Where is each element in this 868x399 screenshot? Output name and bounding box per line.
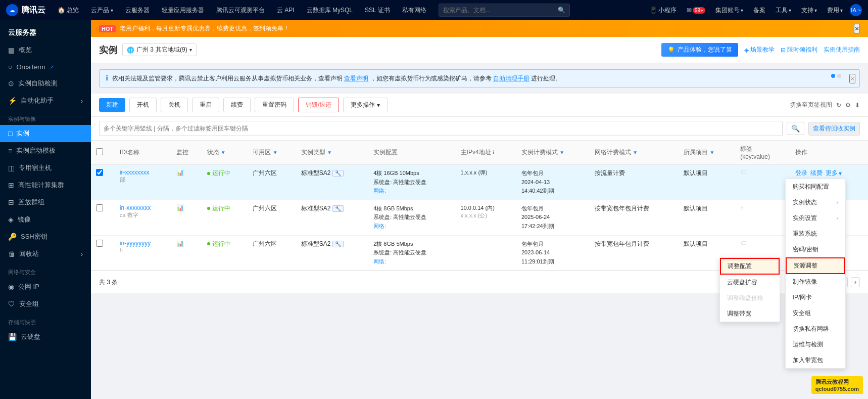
sub-adjust-bandwidth[interactable]: 调整带宽 (720, 306, 780, 322)
nav-home[interactable]: 🏠 总览 (54, 6, 83, 15)
sidebar-item-public-ip[interactable]: ◉ 公网 IP (0, 278, 91, 295)
renew-btn[interactable]: 续费 (223, 98, 251, 112)
logo[interactable]: ☁ 腾讯云 (6, 4, 45, 16)
row1-checkbox[interactable] (96, 169, 103, 176)
reset-pwd-btn[interactable]: 重置密码 (255, 98, 294, 112)
sub-disk-price[interactable]: 调整磁盘价格 (720, 290, 780, 306)
sidebar-item-self-check[interactable]: ⊙ 实例自助检测 (0, 75, 91, 92)
row1-monitor-icon[interactable]: 📊 (176, 169, 184, 176)
sidebar-item-security-group[interactable]: 🛡 安全组 (0, 295, 91, 313)
sidebar-item-ssh-keys[interactable]: 🔑 SSH密钥 (0, 228, 91, 245)
start-btn[interactable]: 开机 (129, 98, 157, 112)
sub-disk-expand[interactable]: 云硬盘扩容 (720, 275, 780, 290)
notice-dot-1[interactable] (831, 74, 835, 78)
download-icon[interactable]: ⬇ (855, 102, 860, 109)
dropdown-ops[interactable]: 运维与检测 (786, 337, 845, 352)
refund-btn[interactable]: 销毁/退还 (298, 98, 339, 112)
tools-btn[interactable]: 工具 ▾ (773, 6, 794, 15)
filing-btn[interactable]: 备案 (750, 6, 768, 15)
row1-renew-btn[interactable]: 续费 (810, 169, 823, 178)
dropdown-password-key[interactable]: 密码/密钥 (786, 242, 845, 257)
notification-btn[interactable]: ✉ 99+ (684, 7, 708, 14)
dropdown-join-bandwidth[interactable]: 加入带宽包 (786, 352, 845, 368)
nav-ssl[interactable]: SSL 证书 (361, 6, 394, 15)
sidebar-item-dedicated-host[interactable]: ◫ 专用宿主机 (0, 159, 91, 176)
net-filter-icon[interactable]: ▼ (633, 150, 638, 155)
notice-link2[interactable]: 自助清理手册 (493, 75, 529, 82)
nav-cloud-products[interactable]: 云产品 ▾ (87, 6, 117, 15)
row3-instance-name[interactable]: in-yyyyyyyy (120, 240, 166, 247)
sub-adjust-config[interactable]: 调整配置 (720, 258, 780, 275)
row3-spec-tag[interactable]: 🔧 (332, 241, 344, 247)
select-all-checkbox[interactable] (96, 148, 103, 155)
nav-cloud-server[interactable]: 云服务器 (121, 6, 154, 15)
restart-btn[interactable]: 重启 (192, 98, 219, 112)
settings-icon[interactable]: ⚙ (845, 102, 851, 109)
scene-teaching-link[interactable]: ◈ 场景教学 (744, 46, 775, 54)
sidebar-item-hpc[interactable]: ⊞ 高性能计算集群 (0, 176, 91, 194)
billing-btn[interactable]: 费用 ▾ (824, 6, 846, 15)
row1-instance-name[interactable]: ir-xxxxxxxx (120, 169, 166, 176)
dropdown-security-group[interactable]: 安全组 (786, 305, 845, 321)
row2-monitor-icon[interactable]: 📊 (176, 204, 184, 211)
group-account-btn[interactable]: 集团账号 ▾ (712, 6, 746, 15)
row2-tag-icon[interactable]: 🏷 (740, 204, 746, 211)
dropdown-resource-adjust[interactable]: 资源调整 (786, 257, 845, 274)
user-avatar[interactable]: IA ~ (850, 4, 862, 16)
sidebar-item-instances[interactable]: □ 实例 (0, 125, 91, 142)
row3-checkbox[interactable] (96, 240, 103, 247)
usage-guide-link[interactable]: 实例使用指南 (824, 46, 860, 54)
more-actions-btn[interactable]: 更多操作 ▾ (343, 98, 388, 112)
region-selector[interactable]: 🌐 广州 3 其它地域(9) ▾ (122, 43, 197, 56)
row1-network-link[interactable]: 网络: (373, 187, 450, 196)
row1-more-btn[interactable]: 更多 ▾ (826, 169, 842, 178)
miniprogram-btn[interactable]: 📱 小程序 (647, 6, 680, 15)
row2-network-link[interactable]: 网络: (373, 222, 450, 231)
row2-checkbox[interactable] (96, 204, 103, 211)
new-instance-btn[interactable]: 新建 (99, 98, 125, 112)
status-filter-icon[interactable]: ▼ (221, 150, 226, 155)
dropdown-instance-settings[interactable]: 实例设置 › (786, 210, 845, 226)
project-filter-icon[interactable]: ▼ (710, 150, 715, 155)
notice-dot-2[interactable] (837, 74, 841, 78)
dropdown-switch-vpc[interactable]: 切换私有网络 (786, 321, 845, 337)
zone-filter-icon[interactable]: ▼ (273, 150, 278, 155)
nav-api[interactable]: 云 API (273, 6, 299, 15)
type-filter-icon[interactable]: ▼ (327, 150, 332, 155)
sidebar-item-cloud-disk[interactable]: 💾 云硬盘 (0, 328, 91, 345)
nav-vpc[interactable]: 私有网络 (398, 6, 430, 15)
sidebar-item-automation[interactable]: ⚡ 自动化助手 (0, 92, 91, 109)
search-input[interactable] (443, 7, 558, 14)
sidebar-item-overview[interactable]: ▦ 概览 (0, 41, 91, 59)
support-btn[interactable]: 支持 ▾ (798, 6, 820, 15)
dropdown-ip-nic[interactable]: IP/网卡 (786, 290, 845, 305)
nav-lightweight[interactable]: 轻量应用服务器 (158, 6, 208, 15)
recycle-view-btn[interactable]: 查看待回收实例 (808, 122, 860, 136)
billing-filter-icon[interactable]: ▼ (559, 150, 564, 155)
switch-view-btn[interactable]: 切换至页签视图 (790, 101, 832, 109)
sidebar-item-recycle[interactable]: 🗑 回收站 (0, 245, 91, 262)
sidebar-item-images[interactable]: ◈ 镜像 (0, 211, 91, 228)
row1-login-btn[interactable]: 登录 (795, 169, 807, 178)
sidebar-item-placement-group[interactable]: ⊟ 置放群组 (0, 194, 91, 211)
row3-tag-icon[interactable]: 🏷 (740, 240, 746, 247)
dropdown-reinstall[interactable]: 重装系统 (786, 226, 845, 242)
row2-instance-name[interactable]: in-xxxxxxxx (120, 204, 166, 211)
refresh-icon[interactable]: ↻ (836, 102, 841, 109)
notice-close-btn[interactable]: × (849, 74, 855, 83)
dropdown-instance-status[interactable]: 实例状态 › (786, 195, 845, 210)
nav-monitor[interactable]: 腾讯云可观测平台 (212, 6, 269, 15)
dropdown-create-image[interactable]: 制作镜像 (786, 274, 845, 290)
next-page-btn[interactable]: › (851, 277, 860, 287)
global-search[interactable]: 🔍 (439, 4, 570, 17)
row1-spec-tag[interactable]: 🔧 (332, 170, 344, 176)
nav-mysql[interactable]: 云数据库 MySQL (303, 6, 357, 15)
sidebar-item-launch-template[interactable]: ≡ 实例启动模板 (0, 142, 91, 159)
table-search-btn[interactable]: 🔍 (787, 122, 804, 135)
sidebar-item-orcaterm[interactable]: ○ OrcaTerm ↗ (0, 59, 91, 75)
dropdown-buy-same[interactable]: 购买相同配置 (786, 179, 845, 195)
row2-spec-tag[interactable]: 🔧 (332, 205, 344, 212)
row3-monitor-icon[interactable]: 📊 (176, 240, 184, 247)
ip-info-icon[interactable]: ℹ (493, 150, 495, 155)
table-search-input[interactable] (99, 121, 783, 136)
